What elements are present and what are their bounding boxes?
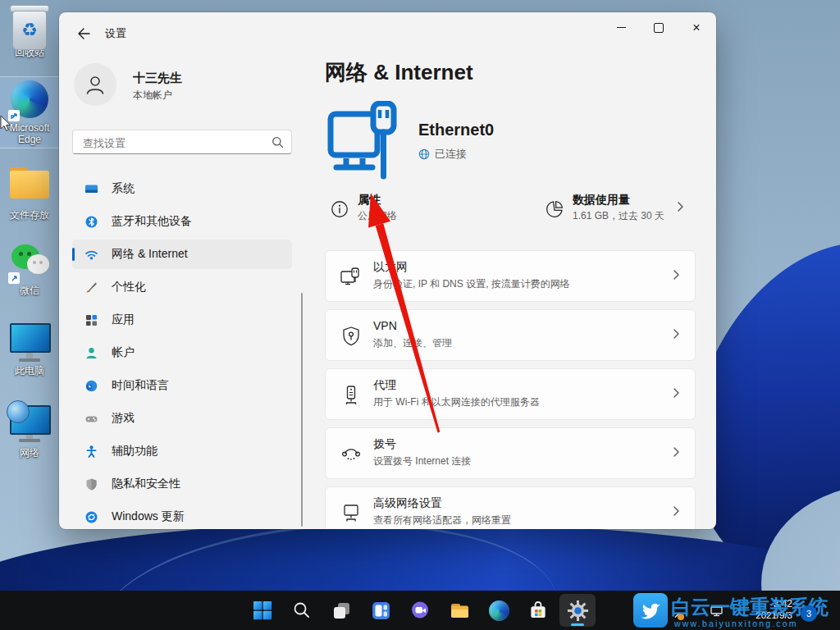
- settings-gear-icon: [567, 600, 589, 622]
- minimize-button[interactable]: [602, 12, 640, 43]
- settings-button[interactable]: [559, 594, 596, 627]
- windows-logo-icon: [252, 600, 273, 621]
- privacy-shield-icon: [84, 477, 98, 491]
- desktop-icon-recycle-bin[interactable]: ♻ 回收站: [0, 5, 59, 58]
- card-advanced-network[interactable]: 高级网络设置 查看所有网络适配器，网络重置: [325, 486, 696, 529]
- card-vpn[interactable]: VPN 添加、连接、管理: [325, 309, 696, 361]
- settings-window: 设置 × 十三先生 本地帐户 系统 蓝牙和其他设备 网络 & Internet: [59, 12, 716, 529]
- bluetooth-icon: [84, 215, 98, 229]
- ethernet-hero-icon: [326, 101, 397, 185]
- edge-icon: [489, 600, 509, 621]
- file-explorer-icon: [449, 600, 471, 622]
- sidebar-item-bluetooth[interactable]: 蓝牙和其他设备: [72, 207, 292, 236]
- desktop-icon-folder[interactable]: 文件存放: [0, 164, 59, 221]
- store-button[interactable]: [520, 594, 556, 627]
- chat-button[interactable]: [402, 594, 438, 627]
- sidebar-item-privacy-security[interactable]: 隐私和安全性: [72, 469, 292, 499]
- system-icon: [84, 182, 98, 196]
- sidebar-item-windows-update[interactable]: Windows 更新: [72, 502, 292, 529]
- sidebar-scrollbar[interactable]: [301, 293, 303, 527]
- task-view-button[interactable]: [323, 594, 359, 627]
- maximize-button[interactable]: [640, 12, 678, 43]
- chevron-right-icon: [670, 387, 682, 402]
- desktop-icon-wechat[interactable]: 微信: [0, 243, 59, 296]
- sidebar-item-apps[interactable]: 应用: [72, 305, 292, 335]
- store-icon: [527, 600, 549, 621]
- watermark-url: www.baiyunxitong.com: [674, 619, 798, 628]
- recycle-bin-icon: ♻: [10, 5, 49, 44]
- vpn-shield-icon: [340, 325, 363, 351]
- notification-badge[interactable]: 3: [801, 605, 817, 622]
- card-proxy[interactable]: 代理 用于 Wi-Fi 和以太网连接的代理服务器: [325, 368, 696, 420]
- proxy-server-icon: [340, 384, 363, 410]
- sidebar-item-system[interactable]: 系统: [72, 174, 292, 203]
- card-ethernet[interactable]: 以太网 身份验证, IP 和 DNS 设置, 按流量计费的网络: [325, 250, 696, 302]
- accessibility-icon: [84, 445, 98, 459]
- sidebar-item-accessibility[interactable]: 辅助功能: [72, 436, 292, 466]
- apps-icon: [84, 313, 98, 327]
- personalization-brush-icon: [84, 281, 98, 294]
- task-view-icon: [331, 600, 352, 621]
- connection-status: 已连接: [418, 147, 467, 162]
- shortcut-arrow-icon: [8, 272, 20, 284]
- sidebar-item-time-language[interactable]: 时间和语言: [72, 371, 292, 400]
- bird-logo-icon: [633, 593, 668, 628]
- accounts-icon: [84, 346, 98, 360]
- desktop-icon-edge[interactable]: Microsoft Edge: [0, 77, 59, 148]
- search-icon: [272, 136, 284, 152]
- chat-icon: [409, 600, 431, 621]
- advanced-network-icon: [340, 502, 363, 528]
- folder-icon: [10, 167, 49, 207]
- shortcut-arrow-icon: [8, 110, 20, 121]
- window-title: 设置: [105, 26, 126, 41]
- file-explorer-button[interactable]: [441, 594, 477, 627]
- start-button[interactable]: [244, 594, 281, 627]
- dialup-phone-icon: [340, 443, 363, 469]
- wechat-icon: [10, 243, 49, 282]
- chevron-right-icon: [670, 269, 682, 284]
- avatar[interactable]: [74, 63, 116, 106]
- pie-chart-icon: [545, 199, 564, 222]
- active-app-indicator: [571, 623, 584, 626]
- wifi-icon: [84, 248, 98, 262]
- user-name: 十三先生: [133, 71, 182, 86]
- settings-search[interactable]: [72, 130, 292, 154]
- globe-icon: [418, 148, 430, 160]
- close-button[interactable]: ×: [678, 12, 715, 43]
- widgets-icon: [371, 600, 391, 621]
- time-language-icon: [84, 379, 98, 393]
- search-input[interactable]: [81, 131, 269, 154]
- network-icon: [10, 405, 49, 445]
- sidebar-item-network-internet[interactable]: 网络 & Internet: [72, 240, 292, 269]
- back-button[interactable]: [71, 21, 97, 47]
- desktop-icon-network[interactable]: 网络: [0, 400, 59, 459]
- connection-name: Ethernet0: [418, 121, 494, 139]
- card-dialup[interactable]: 拨号 设置拨号 Internet 连接: [325, 427, 696, 479]
- page-title: 网络 & Internet: [325, 58, 473, 87]
- ethernet-card-icon: [340, 266, 363, 292]
- gaming-icon: [84, 412, 98, 426]
- search-icon: [292, 600, 312, 620]
- windows-update-icon: [84, 510, 98, 524]
- chevron-right-icon: [674, 201, 686, 216]
- info-icon: [330, 199, 349, 222]
- desktop-icon-this-pc[interactable]: 此电脑: [0, 322, 59, 377]
- chevron-right-icon: [670, 446, 682, 461]
- sidebar-item-gaming[interactable]: 游戏: [72, 404, 292, 433]
- edge-icon: [10, 80, 49, 120]
- user-account-type: 本地帐户: [133, 89, 172, 103]
- chevron-right-icon: [670, 505, 682, 520]
- edge-button[interactable]: [481, 594, 517, 627]
- taskbar-search-button[interactable]: [284, 594, 320, 627]
- chevron-right-icon: [670, 328, 682, 343]
- widgets-button[interactable]: [363, 594, 399, 627]
- this-pc-icon: [10, 323, 49, 363]
- sidebar-item-accounts[interactable]: 帐户: [72, 338, 292, 368]
- sidebar-item-personalization[interactable]: 个性化: [72, 272, 292, 302]
